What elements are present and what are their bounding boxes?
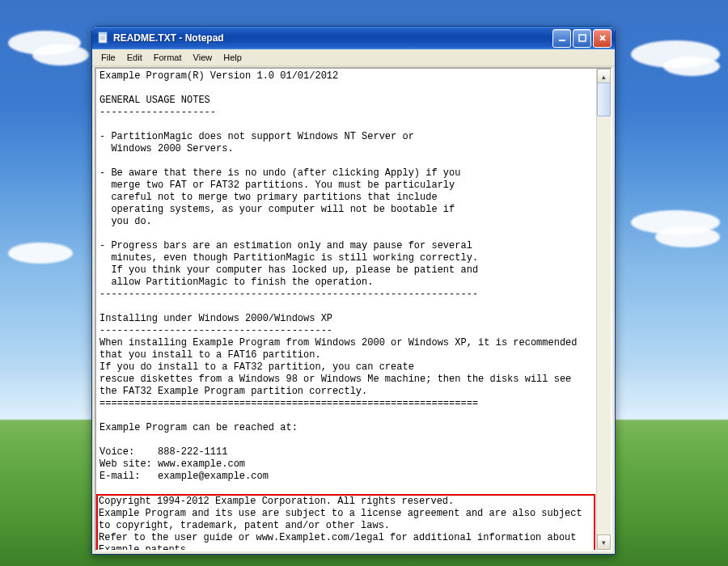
highlighted-legal-block: Copyright 1994-2012 Example Corporation.… xyxy=(97,495,595,550)
text-line: - PartitionMagic does not support Window… xyxy=(99,131,414,154)
text-line: Copyright 1994-2012 Example Corporation.… xyxy=(99,496,588,550)
text-line: ----------------------------------------… xyxy=(99,289,478,300)
window-title: README.TXT - Notepad xyxy=(113,32,552,44)
editor-area: Example Program(R) Version 1.0 01/01/201… xyxy=(95,67,612,551)
text-line: -------------------- xyxy=(99,107,216,118)
menu-help[interactable]: Help xyxy=(218,51,248,64)
minimize-icon xyxy=(558,34,566,42)
text-line: - Progress bars are an estimation only a… xyxy=(99,240,478,288)
menu-format[interactable]: Format xyxy=(148,51,188,64)
desktop-wallpaper: README.TXT - Notepad File Edit Fo xyxy=(0,0,728,566)
maximize-button[interactable] xyxy=(573,29,591,48)
chevron-down-icon: ▾ xyxy=(602,539,606,547)
notepad-window: README.TXT - Notepad File Edit Fo xyxy=(91,26,616,555)
titlebar[interactable]: README.TXT - Notepad xyxy=(92,27,615,49)
text-line: Web site: www.example.com xyxy=(99,458,245,470)
minimize-button[interactable] xyxy=(552,29,571,48)
menu-edit[interactable]: Edit xyxy=(121,51,148,64)
window-controls xyxy=(552,29,612,48)
text-line: - Be aware that there is no undo (after … xyxy=(99,167,460,227)
maximize-icon xyxy=(578,34,586,42)
text-line: Installing under Windows 2000/Windows XP xyxy=(99,313,332,324)
scroll-down-button[interactable]: ▾ xyxy=(597,534,611,550)
svg-rect-1 xyxy=(99,32,107,35)
text-line: Example Program(R) Version 1.0 01/01/201… xyxy=(99,70,338,82)
svg-rect-5 xyxy=(559,40,565,41)
text-line: E-mail: example@example.com xyxy=(99,471,269,482)
text-line: GENERAL USAGE NOTES xyxy=(99,95,210,106)
menubar: File Edit Format View Help xyxy=(92,49,615,66)
svg-rect-6 xyxy=(579,35,586,41)
chevron-up-icon: ▴ xyxy=(602,73,606,81)
text-line: ---------------------------------------- xyxy=(99,325,332,336)
text-line: ========================================… xyxy=(99,398,478,409)
text-editor[interactable]: Example Program(R) Version 1.0 01/01/201… xyxy=(96,69,596,550)
text-line: When installing Example Program from Win… xyxy=(99,337,583,397)
scroll-thumb[interactable] xyxy=(597,82,611,116)
text-line: Voice: 888-222-1111 xyxy=(99,446,227,458)
vertical-scrollbar[interactable]: ▴ ▾ xyxy=(596,69,611,550)
document-text[interactable]: Example Program(R) Version 1.0 01/01/201… xyxy=(96,69,596,550)
menu-view[interactable]: View xyxy=(188,51,218,64)
text-line: Example Program can be reached at: xyxy=(99,422,298,433)
notepad-icon xyxy=(97,32,110,44)
menu-file[interactable]: File xyxy=(95,51,121,64)
close-icon xyxy=(599,34,607,42)
close-button[interactable] xyxy=(593,29,612,48)
